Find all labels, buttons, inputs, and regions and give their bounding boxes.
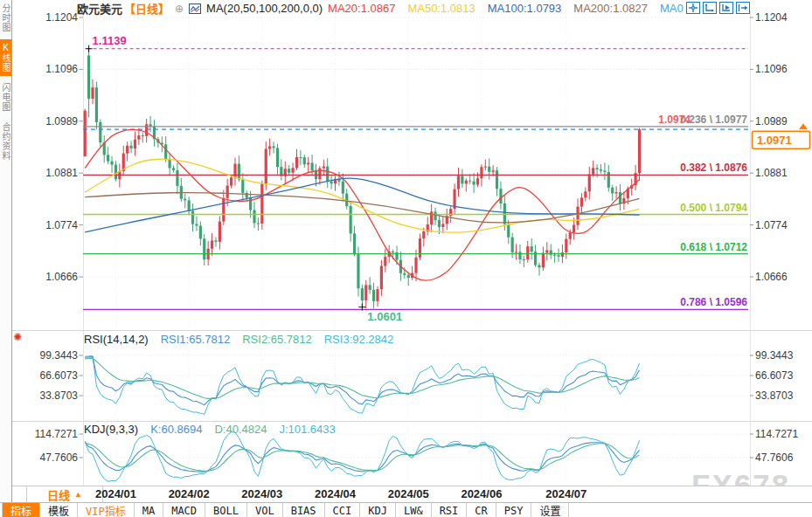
svg-text:1.0774: 1.0774	[755, 219, 788, 231]
svg-text:114.7271: 114.7271	[755, 428, 798, 440]
toolbar-item-模板[interactable]: 模板	[40, 503, 78, 517]
month-label-2024/05: 2024/05	[380, 487, 436, 500]
chart-canvas[interactable]: 1.12041.12041.10961.10961.09891.09891.08…	[0, 0, 812, 517]
svg-text:0.382 \ 1.0876: 0.382 \ 1.0876	[680, 162, 747, 174]
svg-text:1.0774: 1.0774	[45, 219, 78, 231]
svg-text:114.7271: 114.7271	[35, 428, 78, 440]
time-axis-row: 日线 ▲ 2024/012024/022024/032024/042024/05…	[11, 486, 812, 503]
svg-text:1.1096: 1.1096	[45, 63, 78, 75]
go-latest-icon[interactable]	[736, 2, 750, 14]
svg-text:1.0666: 1.0666	[45, 271, 78, 283]
separator-main-rsi	[11, 330, 812, 331]
toolbar-item-VIP指标[interactable]: VIP指标	[78, 503, 135, 517]
toolbar-item-MA[interactable]: MA	[135, 503, 163, 517]
rsi-header: RSI(14,14,2) RSI1:65.7812RSI2:65.7812RSI…	[84, 333, 393, 346]
rsi-value-2: RSI3:92.2842	[324, 333, 394, 346]
month-label-2024/04: 2024/04	[308, 487, 364, 500]
svg-text:1.1204: 1.1204	[45, 11, 78, 24]
kdj-value-2: J:101.6433	[279, 423, 335, 436]
chart-tool-buttons	[686, 2, 750, 14]
indicator-toolbar: 指标模板VIP指标MAMACDBOLLVOLBIASCCIKDJLW&RSICR…	[0, 502, 812, 517]
month-label-2024/02: 2024/02	[161, 487, 217, 500]
rsi-value-0: RSI1:65.7812	[161, 333, 231, 346]
svg-text:0.786 \ 1.0596: 0.786 \ 1.0596	[680, 296, 747, 308]
svg-text:1.1204: 1.1204	[755, 11, 788, 24]
svg-text:33.8703: 33.8703	[40, 389, 79, 402]
month-label-2024/01: 2024/01	[87, 487, 143, 500]
toolbar-item-CCI[interactable]: CCI	[325, 503, 361, 517]
ma-value-2: MA100:1.0793	[488, 2, 562, 15]
month-label-2024/07: 2024/07	[538, 487, 594, 500]
kdj-header: KDJ(9,3,3) K:60.8694D:40.4824J:101.6433	[84, 423, 336, 436]
gridlines	[80, 10, 754, 484]
svg-text:99.3443: 99.3443	[755, 349, 794, 362]
svg-text:1.0881: 1.0881	[45, 167, 78, 179]
svg-text:1.0989: 1.0989	[755, 115, 788, 128]
mini-chart-icon	[189, 3, 201, 14]
sidebar: 分时图 K线图 闪电图 合约资料	[0, 0, 12, 517]
toolbar-item-指标[interactable]: 指标	[2, 503, 40, 517]
ma-line-MA50	[85, 159, 639, 232]
svg-text:1.1139: 1.1139	[93, 34, 127, 47]
add-compare-icon[interactable]: ⊕	[175, 3, 184, 15]
period-dropdown-label: 日线	[47, 486, 70, 503]
ma-lines	[85, 129, 639, 280]
rsi-panel-lines	[85, 356, 639, 415]
svg-text:1.0989: 1.0989	[45, 115, 78, 128]
candles	[84, 49, 642, 309]
ma-value-0: MA20:1.0867	[328, 2, 395, 15]
month-label-2024/03: 2024/03	[234, 487, 290, 500]
kdj-legend: K:60.8694D:40.4824J:101.6433	[150, 423, 336, 436]
triangle-up-icon: ▲	[74, 490, 82, 499]
ma-line-MA20	[85, 129, 639, 280]
month-label-2024/06: 2024/06	[454, 487, 510, 500]
svg-text:1.0971: 1.0971	[757, 134, 792, 147]
candlestick-chart[interactable]: 1.12041.12041.10961.10961.09891.09891.08…	[0, 0, 812, 517]
toolbar-item-VOL[interactable]: VOL	[247, 503, 283, 517]
svg-text:1.0601: 1.0601	[367, 310, 402, 323]
axis-pan-icon[interactable]	[719, 2, 733, 14]
chart-header: 欧元美元【日线】 ⊕ MA(20,50,100,200,0,0) MA20:1.…	[77, 2, 684, 15]
sidebar-tab-contract-info[interactable]: 合约资料	[0, 119, 11, 164]
ma-legend: MA20:1.0867MA50:1.0813MA100:1.0793MA200:…	[328, 2, 684, 15]
svg-text:1.0881: 1.0881	[755, 167, 788, 179]
toolbar-item-CR[interactable]: CR	[467, 503, 496, 517]
sidebar-tab-lightning[interactable]: 闪电图	[0, 79, 11, 115]
ma-value-3: MA200:1.0827	[573, 2, 648, 15]
kdj-panel-lines	[85, 432, 639, 482]
rsi-value-1: RSI2:65.7812	[242, 333, 312, 346]
toolbar-item-BOLL[interactable]: BOLL	[205, 503, 247, 517]
period-tag: 【日线】	[124, 0, 170, 17]
toolbar-item-KDJ[interactable]: KDJ	[360, 503, 396, 517]
svg-text:66.6073: 66.6073	[40, 369, 79, 382]
svg-text:0.500 \ 1.0794: 0.500 \ 1.0794	[680, 202, 747, 214]
svg-text:99.3443: 99.3443	[40, 349, 79, 362]
svg-text:0.618 \ 1.0712: 0.618 \ 1.0712	[680, 241, 747, 253]
kdj-title: KDJ(9,3,3)	[84, 423, 138, 436]
separator-rsi-kdj	[11, 421, 812, 422]
symbol-name: 欧元美元	[77, 0, 122, 17]
svg-text:47.7606: 47.7606	[40, 452, 79, 464]
crosshair-icon[interactable]	[686, 2, 700, 14]
toolbar-item-BIAS[interactable]: BIAS	[283, 503, 325, 517]
rsi-legend: RSI1:65.7812RSI2:65.7812RSI3:92.2842	[161, 333, 394, 346]
toolbar-item-设置[interactable]: 设置	[531, 503, 569, 517]
chart-application: 分时图 K线图 闪电图 合约资料 FX678 1.12041.12041.109…	[0, 0, 812, 517]
toolbar-item-LW&[interactable]: LW&	[396, 503, 432, 517]
indicator-settings-icon[interactable]: ✺	[13, 332, 22, 342]
rsi-title: RSI(14,14,2)	[84, 333, 149, 346]
ma-value-1: MA50:1.0813	[407, 2, 475, 15]
svg-text:33.8703: 33.8703	[755, 389, 794, 402]
axis-zoom-icon[interactable]	[703, 2, 717, 14]
kdj-value-1: D:40.4824	[214, 423, 267, 436]
svg-text:1.0974: 1.0974	[658, 114, 691, 126]
sidebar-tab-timeshare[interactable]: 分时图	[0, 0, 11, 36]
toolbar-item-RSI[interactable]: RSI	[432, 503, 468, 517]
svg-text:1.0666: 1.0666	[755, 271, 788, 283]
kdj-value-0: K:60.8694	[150, 423, 202, 436]
svg-text:66.6073: 66.6073	[755, 369, 794, 382]
sidebar-tab-kline[interactable]: K线图	[0, 39, 11, 76]
toolbar-item-PSY[interactable]: PSY	[496, 503, 532, 517]
toolbar-item-MACD[interactable]: MACD	[163, 503, 205, 517]
svg-text:1.1096: 1.1096	[755, 63, 788, 75]
